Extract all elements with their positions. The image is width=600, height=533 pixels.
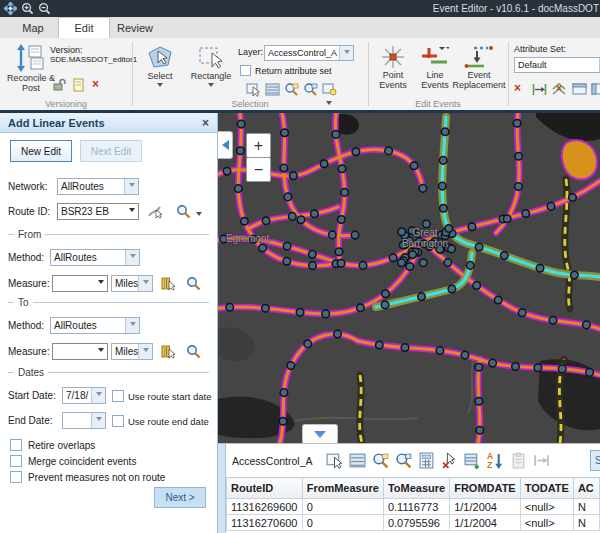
from-method-value: AllRoutes — [51, 252, 125, 263]
prevent-measures-checkbox[interactable] — [10, 471, 22, 483]
return-attribute-set-checkbox[interactable] — [240, 65, 251, 76]
col-tomeasure[interactable]: ToMeasure — [383, 478, 449, 499]
route-id-caret-icon[interactable] — [125, 204, 138, 219]
layer-dropdown[interactable]: AccessControl_A — [264, 45, 354, 61]
table-attributes-icon[interactable] — [349, 452, 366, 469]
line-events-button[interactable]: Line Events — [416, 44, 454, 90]
to-measure-pick-icon[interactable] — [161, 344, 176, 359]
table-row[interactable]: 11316270600 0 0.0795596 1/1/2004 <null> … — [227, 515, 600, 531]
table-zoom-selected-icon[interactable] — [372, 452, 389, 469]
to-unit-caret-icon[interactable] — [138, 344, 152, 359]
route-zoom-caret-icon[interactable] — [196, 212, 202, 219]
route-zoom-icon[interactable] — [176, 204, 191, 219]
event-replacement-label-1: Event — [467, 70, 490, 80]
select-route-icon[interactable] — [148, 204, 163, 219]
map-zoom-out-button[interactable]: − — [246, 157, 271, 182]
map-minor-roads — [294, 353, 476, 421]
highlight-selection-icon[interactable] — [322, 82, 337, 97]
clear-selection-icon[interactable] — [441, 452, 458, 469]
delete-event-icon[interactable]: × — [514, 82, 521, 94]
zoom-out-icon[interactable] — [38, 2, 51, 15]
add-records-icon[interactable] — [464, 452, 481, 469]
end-date-caret-icon[interactable] — [91, 413, 105, 428]
col-frommeasure[interactable]: FromMeasure — [302, 478, 383, 499]
collapse-table-tab[interactable] — [302, 424, 338, 443]
from-method-dropdown[interactable]: AllRoutes — [50, 249, 140, 266]
route-id-value: BSR23 EB — [58, 206, 125, 217]
table-select-shape-icon[interactable] — [326, 452, 343, 469]
panel-icon[interactable] — [572, 82, 587, 96]
col-fromdate[interactable]: FROMDATE — [450, 478, 521, 499]
route-id-combo[interactable]: BSR23 EB — [57, 203, 139, 220]
next-button[interactable]: Next > — [154, 487, 206, 508]
pan-icon[interactable] — [4, 2, 17, 15]
end-date-picker[interactable] — [62, 412, 106, 429]
select-caret-icon[interactable] — [157, 83, 163, 90]
attribute-set-dropdown[interactable]: Default — [514, 57, 600, 73]
from-measure-combo[interactable] — [52, 275, 108, 292]
from-unit-caret-icon[interactable] — [138, 276, 152, 291]
svg-text:Z: Z — [487, 460, 492, 469]
table-row[interactable]: 11316269600 0 0.1116773 1/1/2004 <null> … — [227, 499, 600, 515]
tab-map[interactable]: Map — [8, 17, 58, 38]
from-zoom-icon[interactable] — [186, 276, 201, 291]
highlight-caret-icon[interactable] — [326, 101, 332, 108]
from-measure-caret-icon[interactable] — [94, 276, 107, 291]
save-button[interactable]: Save — [590, 450, 600, 471]
unlock-version-icon[interactable] — [52, 78, 66, 92]
map-canvas[interactable] — [218, 113, 600, 443]
select-by-attributes-icon[interactable] — [265, 82, 280, 97]
to-zoom-icon[interactable] — [186, 344, 201, 359]
panel-2-icon[interactable] — [591, 82, 600, 96]
col-routeid[interactable]: RouteID — [227, 478, 303, 499]
to-measure-combo[interactable] — [52, 343, 108, 360]
table-zoom-all-icon[interactable] — [395, 452, 412, 469]
network-caret-icon[interactable] — [124, 179, 138, 194]
split-event-icon[interactable] — [552, 83, 567, 96]
event-replacement-button[interactable]: Event Replacement — [450, 44, 508, 90]
cell: 0 — [302, 515, 383, 531]
select-button[interactable]: Select — [140, 43, 180, 90]
select-by-shape-icon[interactable] — [246, 82, 261, 97]
to-unit-dropdown[interactable]: Miles — [111, 343, 153, 360]
col-access[interactable]: AC — [573, 478, 599, 499]
use-route-start-checkbox[interactable] — [112, 390, 124, 402]
rectangle-button[interactable]: Rectangle — [188, 43, 234, 90]
to-method-caret-icon[interactable] — [125, 318, 139, 333]
tab-review[interactable]: Review — [110, 17, 160, 38]
sort-icon[interactable]: A Z — [487, 452, 504, 469]
merge-coincident-checkbox[interactable] — [10, 455, 22, 467]
reconcile-post-icon — [16, 43, 46, 73]
field-calculator-icon[interactable] — [418, 452, 435, 469]
col-todate[interactable]: TODATE — [520, 478, 573, 499]
from-measure-pick-icon[interactable] — [161, 276, 176, 291]
use-route-end-checkbox[interactable] — [112, 415, 124, 427]
retire-overlaps-checkbox[interactable] — [10, 439, 22, 451]
cell: 11316270600 — [227, 515, 303, 531]
panel-close-icon[interactable]: × — [202, 116, 209, 130]
zoom-selected-2-icon[interactable] — [303, 82, 318, 97]
new-edit-button[interactable]: New Edit — [10, 140, 72, 162]
from-method-caret-icon[interactable] — [125, 250, 139, 265]
to-fieldset: To — [8, 302, 209, 303]
delete-version-icon[interactable]: × — [92, 78, 99, 90]
zoom-in-icon[interactable] — [21, 2, 34, 15]
network-dropdown[interactable]: AllRoutes — [57, 178, 139, 195]
start-date-picker[interactable]: 7/18/ — [62, 387, 106, 404]
point-events-button[interactable]: Point Events — [374, 44, 412, 90]
attribute-table[interactable]: RouteID FromMeasure ToMeasure FROMDATE T… — [226, 477, 600, 531]
rectangle-caret-icon[interactable] — [208, 83, 214, 90]
layer-caret-icon[interactable] — [339, 46, 353, 60]
from-unit-dropdown[interactable]: Miles — [111, 275, 153, 292]
zoom-selected-icon[interactable] — [284, 82, 299, 97]
tab-edit[interactable]: Edit — [58, 17, 110, 38]
start-date-caret-icon[interactable] — [91, 388, 105, 403]
collapse-panel-tab[interactable] — [218, 131, 233, 159]
new-version-icon[interactable] — [72, 78, 86, 92]
to-measure-caret-icon[interactable] — [94, 344, 107, 359]
map-viewport[interactable]: Egremont Great Barrington + − — [218, 113, 600, 443]
table-measure-icon — [533, 452, 550, 469]
measure-event-icon[interactable] — [532, 83, 547, 96]
map-zoom-in-button[interactable]: + — [246, 133, 271, 158]
to-method-dropdown[interactable]: AllRoutes — [50, 317, 140, 334]
